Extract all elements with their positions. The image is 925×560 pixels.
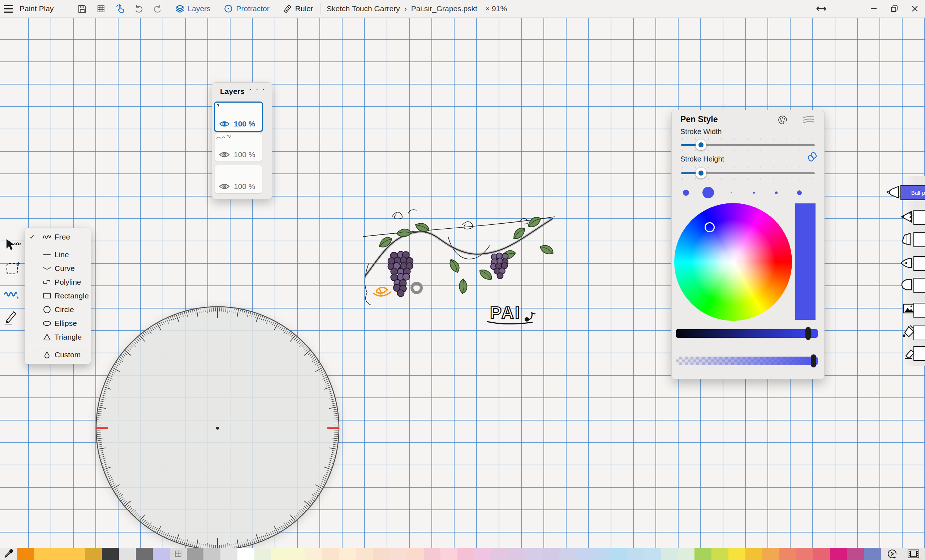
palette-swatch[interactable] [864,548,881,560]
palette-swatch[interactable] [661,548,678,560]
layer-visibility-eye-icon[interactable] [218,182,230,190]
palette-swatch[interactable] [119,548,136,560]
palette-swatch[interactable] [187,548,204,560]
stroke-height-slider[interactable] [678,167,818,179]
layer-card-3[interactable]: 100 % [215,165,262,193]
menu-item-custom[interactable]: Custom [25,348,91,362]
palette-swatch[interactable] [746,548,762,560]
menu-item-circle[interactable]: Circle [25,303,91,316]
palette-swatch[interactable] [678,548,695,560]
brightness-slider[interactable] [676,329,818,338]
protractor-button[interactable]: Protractor [217,0,276,17]
palette-swatch[interactable] [407,548,424,560]
palette-swatch[interactable] [51,548,68,560]
palette-swatch[interactable] [847,548,864,560]
palette-swatch[interactable] [440,548,458,560]
pen-size-dot-1[interactable] [683,190,689,196]
undo-button[interactable] [130,0,148,17]
breadcrumb-folder[interactable]: Sketch Touch Garrery [327,5,400,13]
opacity-slider-thumb[interactable] [811,354,816,367]
palette-swatch[interactable] [525,548,542,560]
menu-item-free[interactable]: ✓Free [25,230,91,244]
palette-swatch[interactable] [491,548,508,560]
eyedropper-button[interactable] [0,548,17,560]
palette-swatch[interactable] [695,548,711,560]
palette-swatch[interactable] [85,548,102,560]
redo-button[interactable] [148,0,167,17]
restore-button[interactable] [884,0,904,17]
pen-size-dot-6[interactable] [797,190,802,195]
menu-item-curve[interactable]: Curve [25,262,91,275]
palette-swatch[interactable] [390,548,407,560]
palette-swatch[interactable] [34,548,51,560]
resize-horizontal-button[interactable] [811,0,832,17]
palette-swatch[interactable] [339,548,356,560]
touch-gesture-button[interactable] [111,0,130,17]
layer-visibility-eye-icon[interactable] [218,120,230,128]
link-width-height-icon[interactable] [807,151,818,162]
palette-swatch[interactable] [593,548,610,560]
menu-item-line[interactable]: Line [25,248,91,262]
palette-swatch[interactable] [779,548,796,560]
freehand-draw-tool-button[interactable] [4,288,20,301]
pen-size-dot-2[interactable] [702,187,714,198]
menu-item-rectangle[interactable]: Rectangle [25,289,91,303]
palette-swatch[interactable] [136,548,153,560]
layers-panel-button[interactable]: Layers [169,0,217,17]
palette-swatch[interactable] [796,548,814,560]
palette-swatch[interactable] [508,548,525,560]
palette-swatch[interactable] [762,548,779,560]
palette-swatch[interactable] [559,548,576,560]
palette-swatch[interactable] [813,548,830,560]
stroke-width-slider[interactable] [678,138,818,151]
palette-swatch[interactable] [68,548,85,560]
layer-card-2[interactable]: 100 % [215,133,262,161]
layer-card-1[interactable]: 100 % [214,101,263,132]
hamburger-menu-button[interactable] [0,0,17,17]
palette-swatch[interactable] [237,548,255,560]
layers-overflow-menu-button[interactable]: · · · [249,85,266,93]
menu-item-triangle[interactable]: Triangle [25,330,91,344]
palette-swatch[interactable] [305,548,322,560]
palette-swatch[interactable] [322,548,339,560]
minimize-button[interactable] [863,0,884,17]
palette-swatch[interactable] [728,548,746,560]
stroke-height-slider-thumb[interactable] [696,168,707,179]
palette-swatch[interactable] [576,548,593,560]
texture-lines-icon[interactable] [803,115,815,125]
palette-swatch[interactable] [458,548,475,560]
palette-swatch[interactable] [153,548,170,560]
palette-swatch[interactable] [475,548,491,560]
marquee-select-tool-button[interactable]: + [6,263,18,274]
menu-item-polyline[interactable]: Polyline [25,275,91,289]
palette-swatch[interactable] [424,548,441,560]
palette-swatch[interactable] [610,548,627,560]
opacity-slider[interactable] [676,357,818,365]
pen-size-dot-5[interactable] [775,191,777,194]
palette-swatch[interactable] [830,548,847,560]
stroke-width-slider-thumb[interactable] [696,140,707,150]
layer-visibility-eye-icon[interactable] [218,151,230,159]
ruler-button[interactable]: Ruler [276,0,320,17]
color-wheel-selector[interactable] [705,222,715,232]
palette-swatch[interactable] [542,548,559,560]
breadcrumb-file[interactable]: Pai.sir_Grapes.pskt [411,5,477,13]
protractor-overlay[interactable] [93,304,342,553]
palette-swatch[interactable] [102,548,119,560]
palette-swatch[interactable] [711,548,728,560]
palette-swatch[interactable] [203,548,220,560]
palette-swatch[interactable] [288,548,305,560]
palette-swatch[interactable] [170,548,187,560]
palette-swatch[interactable] [17,548,34,560]
pen-size-dot-3[interactable] [731,192,732,193]
palette-icon[interactable] [777,114,788,125]
save-button[interactable] [73,0,92,17]
palette-swatch[interactable] [356,548,373,560]
close-button[interactable] [904,0,925,17]
palette-swatch[interactable] [255,548,271,560]
grid-toggle-button[interactable] [92,0,111,17]
menu-item-ellipse[interactable]: Ellipse [25,316,91,330]
brightness-slider-thumb[interactable] [805,327,811,340]
palette-swatch[interactable] [271,548,288,560]
palette-swatch[interactable] [644,548,661,560]
